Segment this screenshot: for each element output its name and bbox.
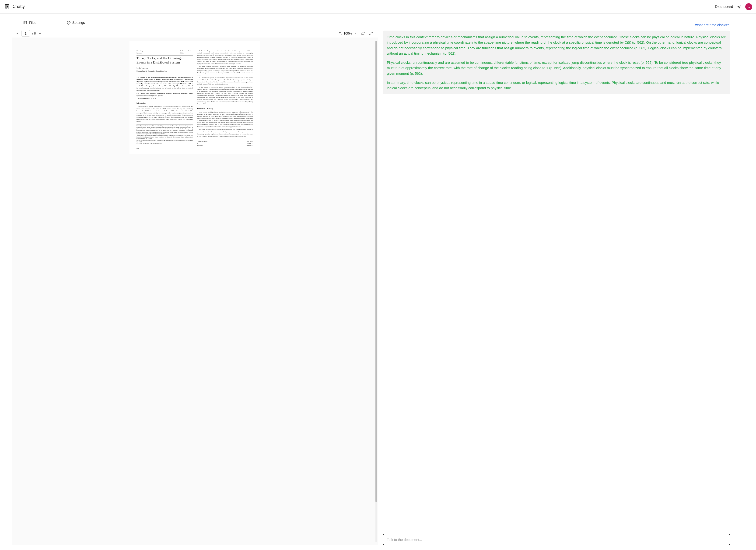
pdf-para: In this paper, we discuss the partial or… <box>197 86 253 105</box>
tab-files-label: Files <box>29 21 36 24</box>
fullscreen-icon[interactable] <box>369 31 373 35</box>
pdf-scrollbar[interactable] <box>375 41 377 542</box>
chevron-down-icon[interactable] <box>15 31 19 35</box>
svg-point-3 <box>68 22 69 23</box>
pdf-partial-heading: The Partial Ordering <box>197 107 253 109</box>
svg-point-1 <box>739 6 740 7</box>
pdf-para: We begin by defining our system more pre… <box>197 129 253 137</box>
pdf-overhead: Operating Systems R. Stockton Gaines Edi… <box>137 50 193 54</box>
gear-icon <box>67 21 70 24</box>
tab-files[interactable]: Files <box>19 18 41 27</box>
main: Files Settings / 8 <box>0 14 756 550</box>
zoom-control[interactable]: 100% <box>338 31 357 35</box>
ai-message: Time clocks in this context refer to dev… <box>383 31 730 94</box>
avatar[interactable]: G <box>745 3 752 10</box>
svg-rect-2 <box>24 21 27 24</box>
pdf-author: Leslie Lamport <box>137 67 193 70</box>
chat-input-wrap <box>383 530 730 545</box>
pdf-toolbar-left: / 8 <box>12 30 42 37</box>
pdf-column-left: Operating Systems R. Stockton Gaines Edi… <box>137 50 193 150</box>
pdf-footer-center: Communications of the ACM <box>197 140 207 146</box>
tab-settings[interactable]: Settings <box>62 18 90 27</box>
topbar: Chatty Dashboard G <box>0 0 756 14</box>
pdf-footer-left: 558 <box>137 148 193 150</box>
tab-settings-label: Settings <box>72 21 85 24</box>
pdf-footer-issue: July 1978 Volume 21 Number 7 <box>247 140 253 146</box>
pdf-toolbar: / 8 100% <box>12 29 378 38</box>
pdf-column-right: A distributed system consists of a colle… <box>197 50 253 150</box>
topbar-left: Chatty <box>4 3 25 10</box>
ai-paragraph: In summary, time clocks can be physical,… <box>387 80 726 91</box>
files-icon <box>23 21 27 24</box>
pdf-intro-heading: Introduction <box>137 102 193 104</box>
pdf-cr-categories: CR Categories: 4.32, 5.29 <box>137 98 193 100</box>
pdf-para: A distributed system consists of a colle… <box>197 50 253 65</box>
pdf-page-number: 558 <box>137 148 139 150</box>
zoom-value: 100% <box>343 31 352 35</box>
chat-messages: what are time clocks? Time clocks in thi… <box>383 18 730 530</box>
ai-paragraph: Time clocks in this context refer to dev… <box>387 34 726 56</box>
pdf-footer-right: Communications of the ACM July 1978 Volu… <box>197 140 253 146</box>
pdf-viewport[interactable]: Operating Systems R. Stockton Gaines Edi… <box>12 38 378 545</box>
pdf-overhead-right: R. Stockton Gaines Editor <box>180 50 193 54</box>
sidebar-tabs: Files Settings <box>12 18 378 27</box>
pdf-toolbar-right: 100% <box>338 31 376 35</box>
pdf-affil: Massachusetts Computer Associates, Inc. <box>137 70 193 72</box>
pdf-para: Most people would probably say that an e… <box>197 111 253 128</box>
left-panel: Files Settings / 8 <box>0 14 378 550</box>
dashboard-link[interactable]: Dashboard <box>715 5 733 9</box>
topbar-right: Dashboard G <box>715 3 752 10</box>
pdf-abstract: The concept of one event happening befor… <box>137 77 193 91</box>
search-icon <box>338 31 342 35</box>
app-logo-icon <box>4 3 10 10</box>
user-message: what are time clocks? <box>383 23 730 27</box>
pdf-overhead-left: Operating Systems <box>137 50 143 54</box>
page-count: / 8 <box>32 31 36 35</box>
pdf-page: Operating Systems R. Stockton Gaines Edi… <box>129 41 260 154</box>
page-number-input[interactable] <box>21 30 30 37</box>
chevron-down-icon <box>353 31 357 35</box>
svg-point-4 <box>339 32 341 34</box>
ai-paragraph: Physical clocks run continuously and are… <box>387 60 726 76</box>
pdf-fineprint: General permission to make fair use in t… <box>137 124 193 144</box>
chat-input[interactable] <box>383 534 730 545</box>
theme-toggle-icon[interactable] <box>737 4 742 9</box>
pdf-intro-para: The concept of time is fundamental to ou… <box>137 106 193 123</box>
pdf-para: We will concern ourselves primarily with… <box>197 66 253 76</box>
pdf-title: Time, Clocks, and the Ordering of Events… <box>137 56 193 65</box>
chat-panel: what are time clocks? Time clocks in thi… <box>378 14 756 550</box>
pdf-keywords: Key Words and Phrases: distributed syste… <box>137 93 193 97</box>
app-name: Chatty <box>13 4 25 9</box>
pdf-para: In a distributed system, it is sometimes… <box>197 77 253 85</box>
refresh-icon[interactable] <box>361 31 365 35</box>
chevron-up-icon[interactable] <box>38 31 42 35</box>
pdf-scroll-thumb[interactable] <box>375 41 377 502</box>
